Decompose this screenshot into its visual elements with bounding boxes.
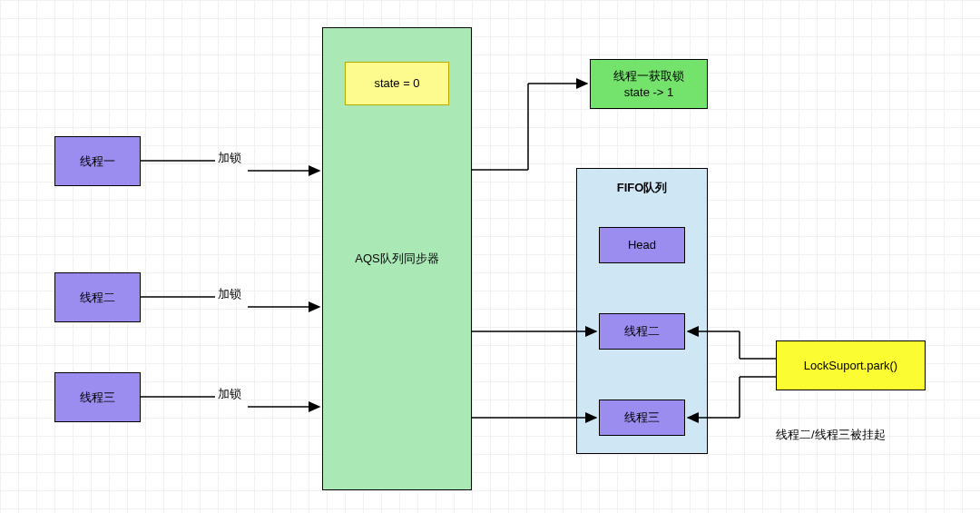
lock-label-3: 加锁 — [218, 386, 241, 402]
acquired-line1: 线程一获取锁 — [613, 68, 684, 84]
lock-label-2: 加锁 — [218, 286, 241, 302]
acquired-text: 线程一获取锁 state -> 1 — [613, 68, 684, 100]
lock-label-1: 加锁 — [218, 150, 241, 166]
thread-3-box: 线程三 — [54, 372, 141, 422]
park-note: 线程二/线程三被挂起 — [776, 427, 886, 443]
fifo-title: FIFO队列 — [617, 180, 668, 196]
fifo-node-3-label: 线程三 — [624, 409, 660, 426]
fifo-head-label: Head — [628, 237, 656, 253]
state-box: state = 0 — [345, 62, 449, 105]
fifo-head: Head — [599, 227, 685, 263]
thread-1-label: 线程一 — [80, 153, 115, 170]
acquired-box: 线程一获取锁 state -> 1 — [590, 59, 708, 109]
park-box: LockSuport.park() — [776, 340, 926, 390]
aqs-title: AQS队列同步器 — [355, 251, 438, 267]
park-call: LockSuport.park() — [804, 358, 897, 374]
thread-3-label: 线程三 — [80, 390, 115, 406]
acquired-line2: state -> 1 — [613, 84, 684, 101]
fifo-node-2-label: 线程二 — [624, 323, 660, 340]
thread-1-box: 线程一 — [54, 136, 141, 186]
fifo-node-3: 线程三 — [599, 400, 685, 436]
thread-2-label: 线程二 — [80, 290, 115, 306]
thread-2-box: 线程二 — [54, 272, 141, 322]
state-label: state = 0 — [374, 75, 419, 92]
fifo-node-2: 线程二 — [599, 313, 685, 350]
diagram-canvas: 线程一 线程二 线程三 加锁 加锁 加锁 AQS队列同步器 state = 0 … — [0, 0, 980, 513]
